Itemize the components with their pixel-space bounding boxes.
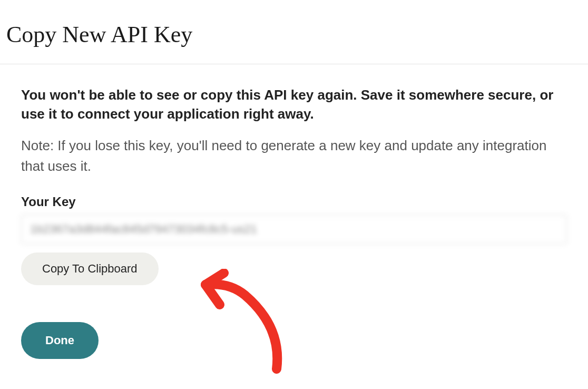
warning-text: You won't be able to see or copy this AP…: [21, 85, 567, 124]
copy-to-clipboard-button[interactable]: Copy To Clipboard: [21, 252, 159, 285]
note-text: Note: If you lose this key, you'll need …: [21, 135, 567, 177]
content-panel: You won't be able to see or copy this AP…: [0, 64, 588, 359]
page-title: Copy New API Key: [0, 0, 588, 64]
done-button[interactable]: Done: [21, 322, 99, 359]
key-field-label: Your Key: [21, 194, 567, 209]
api-key-field[interactable]: [21, 215, 567, 244]
